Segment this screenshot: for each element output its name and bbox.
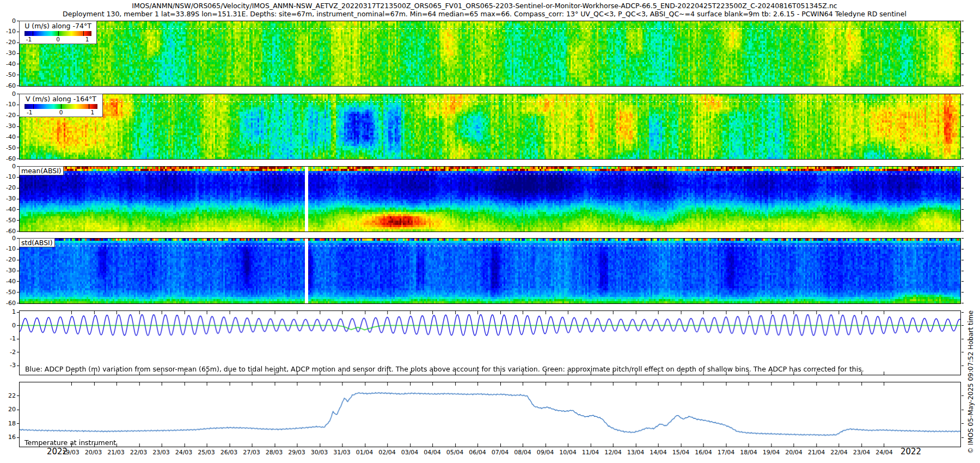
y-tick-label: -50 <box>0 289 16 295</box>
y-tick-mark <box>17 395 19 396</box>
y-tick-mark <box>961 21 964 21</box>
x-date-label: 24/04 <box>875 449 893 456</box>
x-date-label: 19/03 <box>62 449 79 456</box>
colorbar-tick <box>33 104 34 109</box>
y-tick-mark <box>17 159 19 159</box>
y-tick-label: -50 <box>0 145 16 151</box>
y-tick-mark <box>961 249 964 249</box>
colorbar-tick-label: -1 <box>26 36 32 42</box>
y-tick-mark <box>961 410 964 410</box>
y-tick-label: 22 <box>0 393 16 399</box>
y-tick-label: 1 <box>0 309 16 315</box>
y-tick-mark <box>961 312 964 313</box>
panel-temperature: Temperature at instrument <box>19 382 961 447</box>
y-tick-mark <box>17 64 19 64</box>
y-tick-mark <box>17 220 19 221</box>
y-tick-mark <box>961 238 964 239</box>
x-date-label: 13/04 <box>627 449 645 456</box>
y-tick-label: -10 <box>0 28 16 34</box>
surface-blank-line <box>20 28 960 29</box>
x-date-label: 11/04 <box>582 449 599 456</box>
x-date-label: 16/04 <box>695 449 712 456</box>
x-date-label: 14/04 <box>650 449 667 456</box>
y-tick-mark <box>961 137 964 137</box>
x-axis-year-right: 2022 <box>901 447 921 456</box>
mean-absi-heatmap <box>20 167 960 232</box>
y-tick-mark <box>961 105 964 105</box>
y-tick-mark <box>17 86 19 86</box>
mean-absi-label: mean(ABSI) <box>19 166 64 175</box>
y-tick-mark <box>961 325 964 326</box>
y-tick-mark <box>17 423 19 424</box>
y-tick-mark <box>17 260 19 260</box>
y-tick-label: -20 <box>0 39 16 45</box>
x-date-label: 04/04 <box>424 449 441 456</box>
v-velocity-heatmap <box>20 94 960 159</box>
y-tick-mark <box>961 339 964 339</box>
x-date-label: 23/03 <box>152 449 170 456</box>
x-date-label: 19/04 <box>763 449 780 456</box>
depth-variation-note: Blue: ADCP Depth (m) variation from sens… <box>25 365 864 373</box>
x-date-label: 26/03 <box>220 449 238 456</box>
panel-v-velocity: V (m/s) along -164°T -1 0 1 <box>19 94 961 160</box>
colorbar-tick <box>33 31 33 36</box>
u-colorbar <box>24 31 91 36</box>
y-tick-mark <box>961 220 964 221</box>
y-tick-label: -10 <box>0 246 16 252</box>
y-tick-mark <box>17 126 19 127</box>
u-legend-title: U (m/s) along -74°T <box>20 22 96 31</box>
y-tick-mark <box>961 32 964 32</box>
y-tick-mark <box>17 177 19 178</box>
y-tick-mark <box>17 339 19 339</box>
y-tick-mark <box>961 64 964 64</box>
x-date-label: 07/04 <box>492 449 509 456</box>
y-tick-label: -60 <box>0 83 16 89</box>
y-tick-label: -50 <box>0 217 16 223</box>
v-colorbar-legend: V (m/s) along -164°T -1 0 1 <box>19 94 103 117</box>
x-date-label: 22/03 <box>130 449 148 456</box>
y-tick-mark <box>17 437 19 438</box>
x-date-label: 20/04 <box>785 449 803 456</box>
colorbar-tick-label: 1 <box>90 109 94 115</box>
y-tick-mark <box>961 42 964 43</box>
x-date-label: 29/03 <box>288 449 305 456</box>
panel-std-absi: std(ABSI) <box>19 238 961 304</box>
x-date-label: 21/03 <box>107 449 125 456</box>
y-tick-mark <box>961 209 964 210</box>
y-tick-label: 18 <box>0 421 16 427</box>
y-tick-mark <box>17 199 19 199</box>
y-tick-mark <box>17 137 19 137</box>
u-colorbar-ticks: -1 0 1 <box>20 36 96 44</box>
y-tick-label: 0 <box>0 163 16 169</box>
y-tick-mark <box>961 126 964 127</box>
y-tick-label: -10 <box>0 101 16 107</box>
y-tick-mark <box>17 410 19 410</box>
x-date-label: 23/04 <box>853 449 871 456</box>
y-tick-mark <box>961 188 964 188</box>
y-tick-mark <box>961 423 964 424</box>
y-tick-label: 0 <box>0 91 16 97</box>
y-tick-label: -60 <box>0 300 16 306</box>
y-tick-label: -30 <box>0 50 16 56</box>
x-date-label: 12/04 <box>604 449 622 456</box>
panel-u-velocity: U (m/s) along -74°T -1 0 1 <box>19 21 961 87</box>
colorbar-tick <box>89 104 89 109</box>
y-tick-mark <box>961 365 964 366</box>
y-tick-mark <box>17 75 19 75</box>
y-tick-mark <box>17 312 19 313</box>
colorbar-tick <box>83 31 84 36</box>
figure-title: IMOS/ANMN/NSW/ORS065/Velocity/IMOS_ANMN-… <box>0 2 969 10</box>
y-tick-label: -40 <box>0 206 16 212</box>
u-velocity-heatmap <box>20 21 960 86</box>
x-date-label: 31/03 <box>333 449 351 456</box>
y-tick-mark <box>17 325 19 326</box>
y-tick-mark <box>961 148 964 148</box>
y-tick-mark <box>961 53 964 54</box>
x-date-label: 05/04 <box>446 449 464 456</box>
figure-root: IMOS/ANMN/NSW/ORS065/Velocity/IMOS_ANMN-… <box>0 0 980 463</box>
y-tick-label: 0 <box>0 18 16 24</box>
y-tick-mark <box>961 292 964 293</box>
y-tick-mark <box>961 395 964 396</box>
y-tick-label: 0 <box>0 322 16 328</box>
x-date-label: 15/04 <box>672 449 690 456</box>
